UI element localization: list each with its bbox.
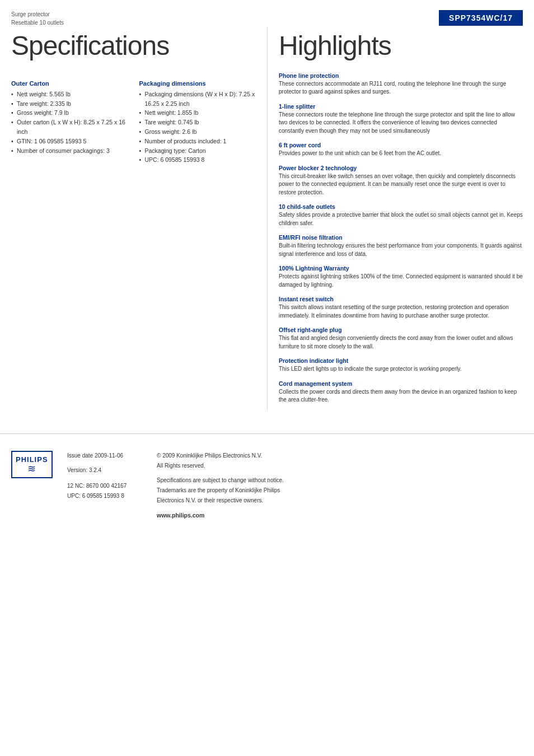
highlight-item: Phone line protection These connectors a… [279, 72, 523, 96]
product-info: Surge protector Resettable 10 outlets [11, 10, 64, 27]
outer-carton-section: Outer Carton Nett weight: 5.565 lbTare w… [11, 72, 128, 165]
highlight-title: 6 ft power cord [279, 142, 523, 148]
highlight-desc: Provides power to the unit which can be … [279, 150, 523, 158]
main-content: Specifications Outer Carton Nett weight:… [0, 27, 534, 411]
issue-date-line: Issue date 2009-11-06 [67, 451, 140, 461]
highlight-desc: These connectors accommodate an RJ11 cor… [279, 80, 523, 96]
issue-label: Issue date [67, 452, 95, 459]
packaging-dimensions-header: Packaging dimensions [139, 80, 256, 87]
highlight-title: Cord management system [279, 380, 523, 387]
highlight-desc: This LED alert lights up to indicate the… [279, 365, 523, 374]
footer-logo: PHILIPS ≋ [11, 451, 56, 478]
upc-value: 6 09585 15993 8 [82, 493, 124, 499]
list-item: Nett weight: 5.565 lb [11, 90, 128, 99]
list-item: UPC: 6 09585 15993 8 [139, 155, 256, 165]
highlight-desc: This switch allows instant resetting of … [279, 304, 523, 320]
list-item: Tare weight: 0.745 lb [139, 118, 256, 127]
highlight-item: Power blocker 2 technology This circuit-… [279, 165, 523, 197]
highlight-item: 10 child-safe outlets Safety slides prov… [279, 203, 523, 227]
outer-carton-header: Outer Carton [11, 80, 128, 87]
highlight-desc: This flat and angled design conveniently… [279, 334, 523, 351]
highlight-item: 6 ft power cord Provides power to the un… [279, 142, 523, 158]
footer-url[interactable]: www.philips.com [157, 510, 523, 521]
nc-value: 8670 000 42167 [86, 483, 127, 489]
highlight-desc: Collects the power cords and directs the… [279, 388, 523, 404]
highlight-title: 1-line splitter [279, 103, 523, 110]
highlights-list: Phone line protection These connectors a… [279, 72, 523, 404]
list-item: Number of products included: 1 [139, 137, 256, 146]
philips-brand-text: PHILIPS [16, 455, 48, 464]
highlight-desc: Safety slides provide a protective barri… [279, 211, 523, 227]
nc-label: 12 NC: [67, 483, 86, 489]
product-sub: Resettable 10 outlets [11, 18, 64, 27]
highlights-column: Highlights Phone line protection These c… [267, 27, 523, 411]
packaging-dimensions-list: Packaging dimensions (W x H x D): 7.25 x… [139, 90, 256, 165]
product-line: Surge protector [11, 10, 64, 18]
highlight-title: Offset right-angle plug [279, 326, 523, 333]
highlight-item: 1-line splitter These connectors route t… [279, 103, 523, 136]
packaging-dimensions-section: Packaging dimensions Packaging dimension… [139, 72, 256, 165]
upc-line: UPC: 6 09585 15993 8 [67, 491, 140, 501]
highlight-title: Instant reset switch [279, 296, 523, 302]
specs-column: Specifications Outer Carton Nett weight:… [11, 27, 267, 411]
list-item: Gross weight: 7.9 lb [11, 108, 128, 118]
nc-upc-section: 12 NC: 8670 000 42167 UPC: 6 09585 15993… [67, 481, 140, 501]
highlight-title: 100% Lightning Warranty [279, 265, 523, 272]
highlight-item: 100% Lightning Warranty Protects against… [279, 265, 523, 289]
highlight-item: Cord management system Collects the powe… [279, 380, 523, 404]
version-label: Version: [67, 467, 89, 473]
footer-col2: © 2009 Koninklijke Philips Electronics N… [157, 451, 523, 521]
page-footer: PHILIPS ≋ Issue date 2009-11-06 Version:… [0, 433, 534, 532]
highlights-title: Highlights [279, 31, 523, 61]
highlight-item: Protection indicator light This LED aler… [279, 357, 523, 374]
outer-carton-list: Nett weight: 5.565 lbTare weight: 2.335 … [11, 90, 128, 156]
highlight-title: Phone line protection [279, 72, 523, 79]
footer-col1: Issue date 2009-11-06 Version: 3.2.4 12 … [67, 451, 140, 521]
highlight-desc: Protects against lightning strikes 100% … [279, 273, 523, 289]
list-item: Outer carton (L x W x H): 8.25 x 7.25 x … [11, 118, 128, 137]
highlight-desc: This circuit-breaker like switch senses … [279, 172, 523, 197]
list-item: Packaging dimensions (W x H x D): 7.25 x… [139, 90, 256, 109]
list-item: Nett weight: 1.855 lb [139, 108, 256, 118]
model-number: SPP7354WC/17 [439, 10, 523, 26]
highlight-title: Power blocker 2 technology [279, 165, 523, 171]
footer-details: Issue date 2009-11-06 Version: 3.2.4 12 … [67, 451, 523, 521]
highlight-desc: Built-in filtering technology ensures th… [279, 242, 523, 258]
page-header: Surge protector Resettable 10 outlets SP… [0, 0, 534, 27]
version-value: 3.2.4 [89, 467, 101, 473]
philips-waves-icon: ≋ [16, 464, 48, 474]
issue-value: 2009-11-06 [95, 452, 123, 459]
list-item: GTIN: 1 06 09585 15993 5 [11, 137, 128, 146]
spec-sections: Outer Carton Nett weight: 5.565 lbTare w… [11, 72, 256, 165]
upc-label: UPC: [67, 493, 82, 499]
highlight-title: 10 child-safe outlets [279, 203, 523, 210]
highlight-item: Instant reset switch This switch allows … [279, 296, 523, 320]
version-line: Version: 3.2.4 [67, 465, 140, 475]
highlight-item: Offset right-angle plug This flat and an… [279, 326, 523, 351]
list-item: Packaging type: Carton [139, 146, 256, 156]
highlight-desc: These connectors route the telephone lin… [279, 111, 523, 136]
footer-info-row: Issue date 2009-11-06 Version: 3.2.4 12 … [67, 451, 523, 521]
philips-logo-box: PHILIPS ≋ [11, 451, 53, 478]
list-item: Number of consumer packagings: 3 [11, 146, 128, 156]
nc-line: 12 NC: 8670 000 42167 [67, 481, 140, 491]
highlight-title: Protection indicator light [279, 357, 523, 364]
disclaimer-text: Specifications are subject to change wit… [157, 475, 523, 506]
list-item: Gross weight: 2.6 lb [139, 127, 256, 137]
highlight-title: EMI/RFI noise filtration [279, 234, 523, 241]
highlight-item: EMI/RFI noise filtration Built-in filter… [279, 234, 523, 258]
page-title: Specifications [11, 31, 256, 61]
copyright-text: © 2009 Koninklijke Philips Electronics N… [157, 451, 523, 471]
list-item: Tare weight: 2.335 lb [11, 99, 128, 109]
